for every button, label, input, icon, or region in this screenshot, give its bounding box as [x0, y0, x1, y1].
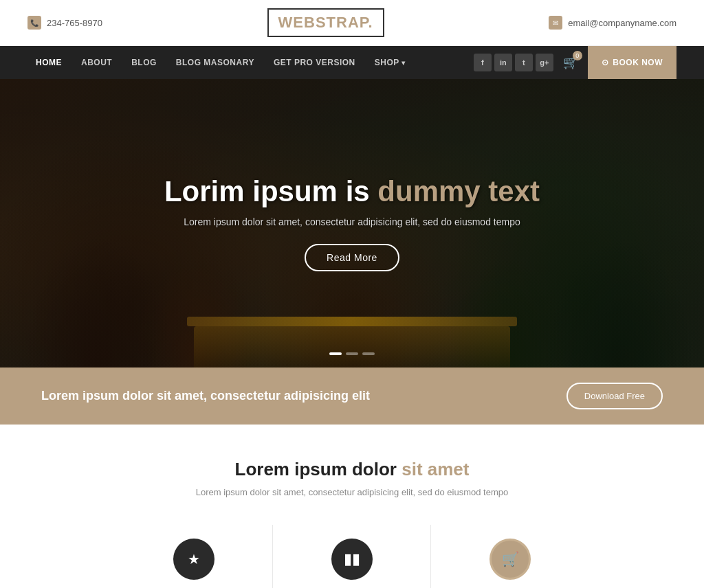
nav-links: HOME ABOUT BLOG BLOG MASONARY GET PRO VE… [28, 48, 467, 77]
hero-subtitle: Lorem ipsum dolor sit amet, consectetur … [111, 216, 593, 227]
cart-badge: 0 [573, 51, 582, 60]
feature-icon-3: 🛒 [490, 539, 531, 580]
hero-dot-3[interactable] [362, 352, 375, 355]
features-subtitle: Lorem ipsum dolor sit amet, consectetur … [28, 487, 676, 497]
navbar: HOME ABOUT BLOG BLOG MASONARY GET PRO VE… [0, 46, 704, 79]
features-title: Lorem ipsum dolor sit amet [28, 459, 676, 480]
linkedin-icon[interactable]: in [494, 54, 512, 71]
feature-item-1: ★ [115, 525, 273, 588]
hero-dot-1[interactable] [329, 352, 342, 355]
logo-text: WEBSTRAP. [278, 14, 373, 32]
hero-section: Lorim ipsum is dummy text Lorem ipsum do… [0, 79, 704, 368]
twitter-icon[interactable]: t [515, 54, 533, 71]
cart-icon[interactable]: 🛒 0 [563, 55, 578, 70]
facebook-icon[interactable]: f [474, 54, 492, 71]
nav-blog-masonary[interactable]: BLOG MASONARY [168, 48, 263, 77]
hero-table-top [187, 317, 517, 326]
phone-icon: 📞 [28, 16, 41, 30]
download-banner-text: Lorem ipsum dolor sit amet, consectetur … [41, 389, 370, 403]
book-now-label: Book Now [613, 58, 663, 67]
email-section: ✉ email@companyname.com [549, 16, 676, 30]
feature-item-3: 🛒 [431, 525, 589, 588]
social-icons: f in t g+ [474, 54, 553, 71]
logo[interactable]: WEBSTRAP. [267, 8, 384, 37]
email-address: email@companyname.com [568, 18, 676, 28]
hero-dots [329, 352, 375, 355]
download-banner: Lorem ipsum dolor sit amet, consectetur … [0, 368, 704, 425]
hero-content: Lorim ipsum is dummy text Lorem ipsum do… [111, 175, 593, 271]
top-bar: 📞 234-765-8970 WEBSTRAP. ✉ email@company… [0, 0, 704, 46]
email-icon: ✉ [549, 16, 562, 30]
feature-icon-1: ★ [173, 539, 214, 580]
feature-item-2: ▮▮ [273, 525, 431, 588]
feature-icon-2: ▮▮ [331, 539, 373, 580]
features-section: Lorem ipsum dolor sit amet Lorem ipsum d… [0, 425, 704, 588]
hero-title-normal: Lorim ipsum is [164, 175, 377, 207]
hero-title: Lorim ipsum is dummy text [111, 175, 593, 208]
nav-about[interactable]: ABOUT [73, 48, 120, 77]
features-grid: ★ ▮▮ 🛒 [28, 525, 676, 588]
hero-dot-2[interactable] [346, 352, 358, 355]
download-free-button[interactable]: Download Free [566, 383, 663, 409]
book-now-button[interactable]: ⊙ Book Now [588, 46, 676, 79]
phone-section: 📞 234-765-8970 [28, 16, 102, 30]
features-title-normal: Lorem ipsum dolor [235, 459, 402, 479]
hero-table-body [194, 326, 510, 368]
features-title-highlight: sit amet [402, 459, 469, 479]
googleplus-icon[interactable]: g+ [536, 54, 553, 71]
nav-home[interactable]: HOME [28, 48, 70, 77]
nav-get-pro[interactable]: GET PRO VERSION [265, 48, 364, 77]
logo-part2: STRAP. [316, 14, 373, 31]
nav-shop[interactable]: SHOP [366, 48, 414, 77]
phone-number: 234-765-8970 [47, 18, 102, 28]
nav-blog[interactable]: BLOG [123, 48, 165, 77]
compass-icon: ⊙ [602, 58, 609, 67]
read-more-button[interactable]: Read More [305, 244, 399, 271]
hero-title-highlight: dummy text [377, 175, 540, 207]
logo-part1: WEB [278, 14, 316, 31]
